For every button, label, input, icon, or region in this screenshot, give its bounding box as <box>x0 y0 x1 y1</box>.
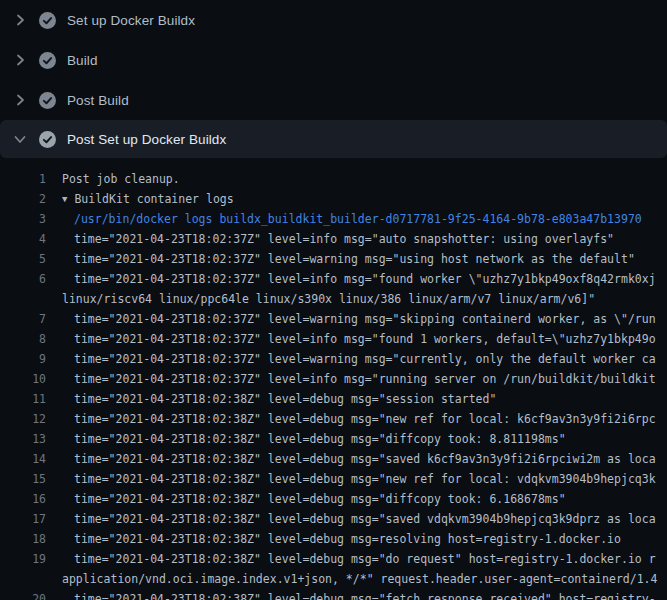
log-text: /usr/bin/docker logs buildx_buildkit_bui… <box>74 209 642 229</box>
group-toggle-icon[interactable]: ▼ <box>62 189 67 209</box>
line-number[interactable]: 3 <box>0 209 46 229</box>
log-lines: 1 Post job cleanup. 2 ▼BuildKit containe… <box>0 169 667 600</box>
steps-list: Set up Docker Buildx Build P <box>0 0 667 158</box>
log-text: time="2021-04-23T18:02:38Z" level=debug … <box>74 429 566 449</box>
log-row: 18 time="2021-04-23T18:02:38Z" level=deb… <box>0 529 667 549</box>
step-label: Post Build <box>67 93 129 108</box>
log-row: 17 time="2021-04-23T18:02:38Z" level=deb… <box>0 509 667 529</box>
log-row: 15 time="2021-04-23T18:02:38Z" level=deb… <box>0 469 667 489</box>
check-circle-icon <box>39 12 56 29</box>
log-text: time="2021-04-23T18:02:37Z" level=warnin… <box>74 309 656 329</box>
line-number[interactable]: 10 <box>0 369 46 389</box>
log-text: time="2021-04-23T18:02:38Z" level=debug … <box>74 529 621 549</box>
log-row: 3 /usr/bin/docker logs buildx_buildkit_b… <box>0 209 667 229</box>
log-text: time="2021-04-23T18:02:38Z" level=debug … <box>74 389 496 409</box>
log-text: time="2021-04-23T18:02:37Z" level=warnin… <box>74 349 656 369</box>
line-number[interactable]: 15 <box>0 469 46 489</box>
log-row: 9 time="2021-04-23T18:02:37Z" level=warn… <box>0 349 667 369</box>
log-row: 2 ▼BuildKit container logs <box>0 189 667 209</box>
line-number[interactable]: 1 <box>0 169 46 189</box>
step-label: Build <box>67 53 98 68</box>
log-row: 5 time="2021-04-23T18:02:37Z" level=warn… <box>0 249 667 269</box>
log-row: application/vnd.oci.image.index.v1+json,… <box>0 569 667 589</box>
line-number[interactable]: 17 <box>0 509 46 529</box>
line-number[interactable]: 20 <box>0 589 46 600</box>
log-text: time="2021-04-23T18:02:38Z" level=debug … <box>74 409 656 429</box>
log-text: time="2021-04-23T18:02:38Z" level=debug … <box>74 469 656 489</box>
line-number[interactable]: 19 <box>0 549 46 569</box>
log-row: 12 time="2021-04-23T18:02:38Z" level=deb… <box>0 409 667 429</box>
log-text: time="2021-04-23T18:02:38Z" level=debug … <box>74 449 656 469</box>
log-text: time="2021-04-23T18:02:38Z" level=debug … <box>74 509 656 529</box>
line-number[interactable]: 8 <box>0 329 46 349</box>
step-label: Set up Docker Buildx <box>67 13 195 28</box>
line-number[interactable] <box>0 289 46 309</box>
log-row: 8 time="2021-04-23T18:02:37Z" level=info… <box>0 329 667 349</box>
log-row: 11 time="2021-04-23T18:02:38Z" level=deb… <box>0 389 667 409</box>
log-text: time="2021-04-23T18:02:38Z" level=debug … <box>74 489 566 509</box>
check-circle-icon <box>39 131 56 148</box>
step-row[interactable]: Post Build <box>0 80 667 120</box>
step-row[interactable]: Build <box>0 40 667 80</box>
line-number[interactable]: 4 <box>0 229 46 249</box>
log-text: time="2021-04-23T18:02:38Z" level=debug … <box>74 549 656 569</box>
log-text: time="2021-04-23T18:02:38Z" level=debug … <box>74 589 656 600</box>
chevron-down-icon[interactable] <box>12 131 28 147</box>
line-number[interactable]: 11 <box>0 389 46 409</box>
log-text: linux/riscv64 linux/ppc64le linux/s390x … <box>62 289 595 309</box>
line-number[interactable]: 18 <box>0 529 46 549</box>
line-number[interactable]: 16 <box>0 489 46 509</box>
log-text: Post job cleanup. <box>62 169 180 189</box>
log-row: linux/riscv64 linux/ppc64le linux/s390x … <box>0 289 667 309</box>
log-text: time="2021-04-23T18:02:37Z" level=warnin… <box>74 249 635 269</box>
actions-log-viewer: Set up Docker Buildx Build P <box>0 0 667 600</box>
line-number[interactable]: 14 <box>0 449 46 469</box>
line-number[interactable]: 12 <box>0 409 46 429</box>
log-row: 6 time="2021-04-23T18:02:37Z" level=info… <box>0 269 667 289</box>
log-row: 10 time="2021-04-23T18:02:37Z" level=inf… <box>0 369 667 389</box>
log-row: 7 time="2021-04-23T18:02:37Z" level=warn… <box>0 309 667 329</box>
log-text: application/vnd.oci.image.index.v1+json,… <box>62 569 657 589</box>
log-row: 1 Post job cleanup. <box>0 169 667 189</box>
step-row[interactable]: Set up Docker Buildx <box>0 0 667 40</box>
log-row: 20 time="2021-04-23T18:02:38Z" level=deb… <box>0 589 667 600</box>
line-number[interactable]: 5 <box>0 249 46 269</box>
log-text: time="2021-04-23T18:02:37Z" level=info m… <box>74 369 656 389</box>
log-row: 4 time="2021-04-23T18:02:37Z" level=info… <box>0 229 667 249</box>
line-number[interactable] <box>0 569 46 589</box>
line-number[interactable]: 13 <box>0 429 46 449</box>
log-row: 14 time="2021-04-23T18:02:38Z" level=deb… <box>0 449 667 469</box>
step-row[interactable]: Post Set up Docker Buildx <box>0 120 667 158</box>
chevron-right-icon[interactable] <box>12 92 28 108</box>
log-text: time="2021-04-23T18:02:37Z" level=info m… <box>74 269 656 289</box>
step-label: Post Set up Docker Buildx <box>67 132 226 147</box>
line-number[interactable]: 7 <box>0 309 46 329</box>
log-row: 19 time="2021-04-23T18:02:38Z" level=deb… <box>0 549 667 569</box>
group-title[interactable]: BuildKit container logs <box>74 192 233 206</box>
log-row: 13 time="2021-04-23T18:02:38Z" level=deb… <box>0 429 667 449</box>
log-text: ▼BuildKit container logs <box>62 189 234 209</box>
line-number[interactable]: 6 <box>0 269 46 289</box>
chevron-right-icon[interactable] <box>12 52 28 68</box>
line-number[interactable]: 2 <box>0 189 46 209</box>
check-circle-icon <box>39 92 56 109</box>
log-text: time="2021-04-23T18:02:37Z" level=info m… <box>74 229 614 249</box>
line-number[interactable]: 9 <box>0 349 46 369</box>
log-text: time="2021-04-23T18:02:37Z" level=info m… <box>74 329 656 349</box>
log-area: 1 Post job cleanup. 2 ▼BuildKit containe… <box>0 158 667 600</box>
chevron-right-icon[interactable] <box>12 12 28 28</box>
check-circle-icon <box>39 52 56 69</box>
log-row: 16 time="2021-04-23T18:02:38Z" level=deb… <box>0 489 667 509</box>
